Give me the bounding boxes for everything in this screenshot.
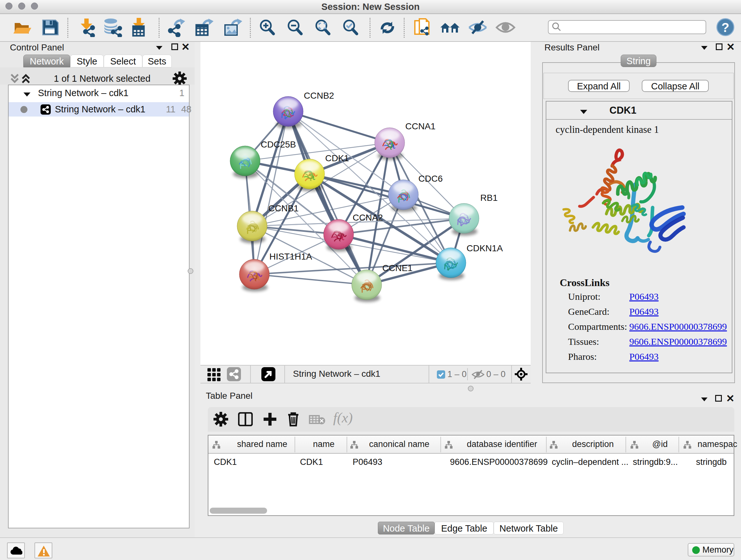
svg-text:HIST1H1A: HIST1H1A xyxy=(269,252,312,261)
svg-text:CCNA2: CCNA2 xyxy=(353,212,383,223)
svg-text:CDC25B: CDC25B xyxy=(261,139,296,149)
svg-text:CDKN1A: CDKN1A xyxy=(467,243,503,253)
svg-text:CDK1: CDK1 xyxy=(325,153,349,163)
svg-text:CCNB1: CCNB1 xyxy=(268,203,299,213)
svg-text:CCNE1: CCNE1 xyxy=(382,263,413,273)
svg-text:CDC6: CDC6 xyxy=(418,174,443,184)
svg-text:CCNB2: CCNB2 xyxy=(304,91,334,101)
svg-text:RB1: RB1 xyxy=(480,193,497,203)
svg-text:CCNA1: CCNA1 xyxy=(405,121,435,131)
